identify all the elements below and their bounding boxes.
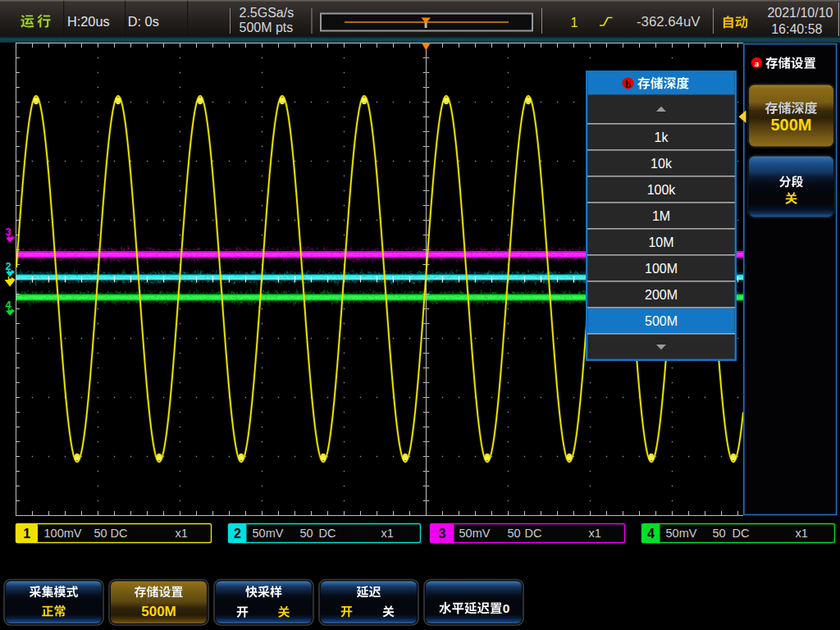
svg-text:2.5GSa/s: 2.5GSa/s	[240, 6, 294, 20]
svg-text:DC: DC	[733, 527, 750, 540]
svg-text:3: 3	[439, 527, 446, 541]
svg-text:H:20us: H:20us	[67, 14, 110, 29]
svg-text:x1: x1	[589, 527, 601, 540]
svg-text:1k: 1k	[655, 130, 669, 144]
svg-text:DC: DC	[525, 527, 542, 540]
svg-text:100mV: 100mV	[44, 527, 82, 540]
svg-text:1: 1	[571, 16, 578, 30]
svg-text:a: a	[755, 58, 760, 68]
svg-text:100M: 100M	[645, 262, 678, 276]
svg-text:10M: 10M	[648, 235, 673, 249]
svg-text:2: 2	[234, 527, 241, 541]
svg-text:16:40:58: 16:40:58	[771, 22, 822, 36]
svg-text:DC: DC	[319, 527, 336, 540]
svg-text:50mV: 50mV	[459, 527, 491, 540]
svg-text:b: b	[625, 78, 631, 90]
svg-text:50: 50	[713, 527, 726, 540]
svg-text:100k: 100k	[647, 183, 677, 197]
svg-text:-362.64uV: -362.64uV	[637, 14, 701, 30]
svg-text:DC: DC	[111, 527, 128, 540]
svg-text:50: 50	[300, 527, 313, 540]
svg-text:500M: 500M	[645, 314, 678, 328]
svg-text:500M: 500M	[770, 116, 811, 134]
svg-text:4: 4	[647, 527, 655, 541]
svg-text:50: 50	[508, 527, 521, 540]
svg-text:50: 50	[94, 527, 107, 540]
svg-text:x1: x1	[176, 527, 188, 540]
svg-text:10k: 10k	[651, 157, 673, 171]
svg-text:2021/10/10: 2021/10/10	[767, 6, 833, 20]
svg-text:50mV: 50mV	[253, 527, 284, 540]
svg-text:50mV: 50mV	[666, 527, 697, 540]
svg-text:500M pts: 500M pts	[240, 21, 294, 34]
svg-text:x1: x1	[381, 527, 394, 540]
svg-text:x1: x1	[796, 527, 808, 540]
svg-text:1: 1	[23, 527, 30, 541]
svg-text:200M: 200M	[645, 288, 678, 302]
svg-text:1M: 1M	[652, 209, 670, 223]
svg-text:D: 0s: D: 0s	[128, 14, 159, 29]
svg-text:0: 0	[503, 601, 510, 615]
svg-text:500M: 500M	[141, 604, 176, 619]
